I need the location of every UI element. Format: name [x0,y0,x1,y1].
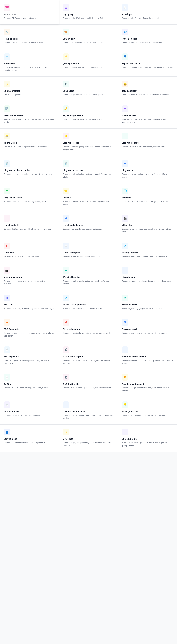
card-sql-query[interactable]: 🗄 SQL query Generate helpful SQL queries… [59,0,118,24]
python-snippet-icon: 💎 [122,29,128,36]
card-desc-pinterest-caption: Generate a caption for your pins based o… [63,332,111,334]
card-linkedin-post[interactable]: in LinkedIn post Generate a great Linked… [118,263,177,290]
card-blog-article-idea[interactable]: 💡 Blog Article Idea Generate interesting… [59,128,118,156]
card-desc-css-snippet: Generate CSS classes & code snippets wit… [63,42,105,44]
card-desc-text-spinner: Rewrite a piece of text in another uniqu… [4,118,55,124]
card-desc-linkedin-post: Generate a great LinkedIn post based on … [122,280,171,283]
card-blog-article-intro[interactable]: ✒ Blog Article Intro Generate a creative… [118,128,177,156]
card-seo-keywords[interactable]: 📄 SEO Keywords Extract and generate mean… [0,342,59,370]
card-song-lyrics[interactable]: 🎵 Song lyrics Generate high quality lyri… [59,77,118,101]
card-title-ad-title: Ad Title [4,383,11,386]
card-js-snippet[interactable]: 📄 JS snippet Generate quick & helpful Ja… [118,0,177,24]
card-google-ad[interactable]: G Google advertisement Generate Google o… [118,370,177,397]
tweet-generator-icon: ✕ [122,242,128,249]
card-desc-summarize: Get a quick summary of a long piece of t… [4,66,55,72]
card-title-grammar-fixer: Grammar fixer [122,114,136,117]
card-blog-article-idea-outline[interactable]: 📡 Blog Article Idea & Outline Generate u… [0,156,59,183]
card-joke-generator[interactable]: 😊 Joke generator Get random and funny jo… [118,77,177,101]
card-python-snippet[interactable]: 💎 Python snippet Generate Python code pi… [118,24,177,49]
card-title-keywords-generator: Keywords generator [63,114,83,117]
card-tweet-generator[interactable]: ✕ Tweet generator Generate tweets based … [118,238,177,263]
card-outreach-email[interactable]: ✉ Outreach email Generate great emails f… [118,315,177,342]
card-desc-joke-generator: Get random and funny jokes based on the … [122,93,170,96]
card-title-welcome-email: Welcome email [122,303,137,306]
card-blog-article[interactable]: ✒ Blog Article Generate a simple and cre… [118,156,177,183]
linkedin-ad-icon: in [63,402,69,408]
song-lyrics-icon: 🎵 [63,81,69,88]
card-social-media-bio[interactable]: ↗ Social media bio Generate Twitter, Ins… [0,211,59,238]
card-title-sql-query: SQL query [63,13,73,16]
card-blog-article-section[interactable]: 📡 Blog Article Section Generate a full a… [59,156,118,183]
card-social-media-hashtags[interactable]: # Social media hashtags Generate hashtag… [59,211,118,238]
card-custom-prompt[interactable]: ✦ Custom prompt Ask our AI for anything … [118,424,177,452]
card-pinterest-caption[interactable]: 📌 Pinterest caption Generate a caption f… [59,315,118,342]
card-tiktok-video-idea[interactable]: 🎵 TikTok video idea Generate quick & tre… [59,370,118,397]
startup-ideas-icon: 👤 [4,429,10,436]
card-desc-name-generator: Generate interesting product names for y… [122,414,166,417]
facebook-ad-icon: f [122,346,128,353]
card-php-snippet[interactable]: ⌨ PHP snippet Generate PHP code snippets… [0,0,59,24]
blog-article-section-icon: 📡 [63,160,69,167]
card-video-title[interactable]: ▶ Video Title Generate a catchy video ti… [0,238,59,263]
card-summarize[interactable]: ≡ Summarize Get a quick summary of a lon… [0,49,59,76]
card-title-blog-article-outro: Blog Article Outro [4,196,22,199]
card-title-quote-generator-2: Quote generator [4,90,20,92]
card-linkedin-ad[interactable]: in LinkedIn advertisement Generate Linke… [59,397,118,424]
card-title-php-snippet: PHP snippet [4,13,16,16]
card-startup-ideas[interactable]: 👤 Startup ideas Generate startup ideas b… [0,424,59,452]
card-text-to-emoji[interactable]: 😀 Text to Emoji Convert the meaning of a… [0,128,59,156]
card-welcome-email[interactable]: ✉ Welcome email Generate great engaging … [118,290,177,315]
card-desc-html-snippet: Generate simple and fast HTML pieces of … [4,42,44,44]
card-title-summarize: Summarize [4,62,15,65]
card-title-facebook-ad: Facebook advertisement [122,355,146,358]
seo-keywords-icon: 📄 [4,346,10,353]
card-video-idea[interactable]: 🎬 Video Idea Generate a random video ide… [118,211,177,238]
blog-article-intro-icon: ✒ [122,133,128,140]
card-quote-generator-2[interactable]: ⚡ Quote generator Simple quote generator… [0,77,59,101]
keywords-generator-icon: 🔑 [63,106,69,112]
card-quote-generator[interactable]: ⚡ Quote generator Get random quotes base… [59,49,118,76]
card-tiktok-video-caption[interactable]: 🎵 TikTok video caption Generate quick & … [59,342,118,370]
card-viral-ideas[interactable]: ⚡ Viral ideas Generate highly viral prob… [59,424,118,452]
card-title-tiktok-video-idea: TikTok video idea [63,383,80,386]
card-seo-title[interactable]: H SEO Title Generate high quality & SEO … [0,290,59,315]
card-explain-like-5[interactable]: 👤 Explain like I am 5 Get a better under… [118,49,177,76]
card-text-spinner[interactable]: 🔄 Text spinner/rewriter Rewrite a piece … [0,101,59,128]
card-blog-article-outro[interactable]: ✒ Blog Article Outro Generate the conclu… [0,184,59,211]
card-website-headline[interactable]: ✒ Website Headline Generate creative, ca… [59,263,118,290]
card-desc-video-description: Generate a brief and quality video descr… [63,255,101,258]
blog-article-outro-icon: ✒ [4,188,10,194]
seo-title-icon: H [4,294,10,301]
card-ad-title[interactable]: 📄 Ad Title Generate a short & good title… [0,370,59,397]
card-desc-quote-generator: Get random quotes based on the topic you… [63,66,103,69]
grammar-fixer-icon: ✏ [122,106,128,112]
card-name-generator[interactable]: 💡 Name generator Generate interesting pr… [118,397,177,424]
card-twitter-thread[interactable]: ✕ Twitter thread generator Generate a fu… [59,290,118,315]
card-video-description[interactable]: 📋 Video Description Generate a brief and… [59,238,118,263]
google-ad-icon: G [122,374,128,381]
card-html-snippet[interactable]: 🔧 HTML snippet Generate simple and fast … [0,24,59,49]
card-desc-video-idea: Generate a random video idea based on th… [122,228,174,234]
card-title-css-snippet: CSS snippet [63,38,75,40]
card-translate[interactable]: 🌐 Translate Translate a piece of text to… [118,184,177,211]
ad-description-icon: 📋 [4,402,10,408]
card-reviews[interactable]: ⭐ Reviews Generate creative reviews / te… [59,184,118,211]
card-desc-website-headline: Generate creative, catchy and unique hea… [63,280,114,286]
card-seo-description[interactable]: ✏ SEO Description Generate proper descri… [0,315,59,342]
card-desc-text-to-emoji: Convert the meaning of a piece of text t… [4,146,47,148]
card-facebook-ad[interactable]: f Facebook advertisement Generate Facebo… [118,342,177,370]
tiktok-video-idea-icon: 🎵 [63,374,69,381]
card-instagram-caption[interactable]: 📷 Instagram caption Generate an instagra… [0,263,59,290]
card-title-blog-article: Blog Article [122,169,134,172]
card-ad-description[interactable]: 📋 Ad Description Generate the descriptio… [0,397,59,424]
card-desc-python-snippet: Generate Python code pieces with the hel… [122,42,162,44]
card-keywords-generator[interactable]: 🔑 Keywords generator Extract important k… [59,101,118,128]
card-title-pinterest-caption: Pinterest caption [63,328,80,331]
card-title-blog-article-idea: Blog Article Idea [63,142,79,144]
card-title-name-generator: Name generator [122,410,138,413]
card-desc-seo-description: Generate proper descriptions for your we… [4,332,55,338]
card-grammar-fixer[interactable]: ✏ Grammar fixer Make sure your text is w… [118,101,177,128]
card-title-text-spinner: Text spinner/rewriter [4,114,24,117]
card-desc-tiktok-video-caption: Generate quick & trending captions for y… [63,359,114,365]
card-css-snippet[interactable]: 🎨 CSS snippet Generate CSS classes & cod… [59,24,118,49]
